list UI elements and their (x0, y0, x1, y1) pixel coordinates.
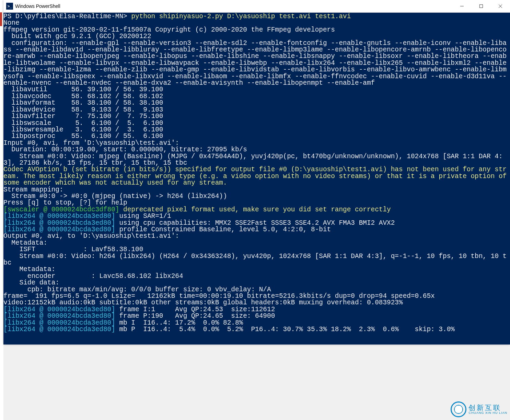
prompt: PS D:\pyfiles\Elsa-Realtime-MN> (3, 13, 131, 20)
window-controls (452, 0, 510, 12)
close-icon (498, 4, 502, 8)
watermark-text: 创新互联 CHUANG XIN HU LIAN (468, 404, 507, 415)
mb-p: mb P I16..4: 5.4% 0.0% 5.2% P16..4: 30.7… (119, 326, 454, 333)
maximize-button[interactable] (472, 0, 491, 12)
maximize-icon (479, 4, 483, 8)
red-accent-bar (0, 12, 2, 26)
window-titlebar[interactable]: >_ Windows PowerShell (3, 0, 510, 13)
stream-0-0-output: Stream #0:0: Video: h264 (libx264) (H264… (3, 253, 507, 267)
watermark-en: CHUANG XIN HU LIAN (468, 411, 507, 415)
powershell-icon: >_ (6, 3, 13, 10)
window-title: Windows PowerShell (15, 3, 452, 9)
terminal-output[interactable]: PS D:\pyfiles\Elsa-Realtime-MN> python s… (3, 13, 510, 345)
watermark-cn: 创新互联 (468, 404, 507, 411)
powershell-icon-label: >_ (8, 4, 12, 8)
svg-rect-1 (480, 5, 483, 8)
minimize-button[interactable] (452, 0, 472, 12)
powershell-window: >_ Windows PowerShell PS D:\pyfiles\Elsa… (3, 0, 510, 345)
libx264-tag: [libx264 @ 0000024bcda3ed80] (3, 326, 119, 333)
codec-warning: Codec AVOption b (set bitrate (in bits/s… (3, 166, 510, 187)
watermark: 创新互联 CHUANG XIN HU LIAN (451, 401, 507, 417)
configuration: configuration: --enable-gpl --enable-ver… (3, 39, 507, 87)
watermark-logo-icon (451, 401, 466, 417)
command-line: python shipinyasuo-2.py D:\yasuoship tes… (131, 13, 351, 20)
close-button[interactable] (491, 0, 510, 12)
minimize-icon (460, 4, 464, 8)
stream-0-0-input: Stream #0:0: Video: mjpeg (Baseline) (MJ… (3, 153, 503, 167)
background-left-strip (0, 0, 3, 420)
